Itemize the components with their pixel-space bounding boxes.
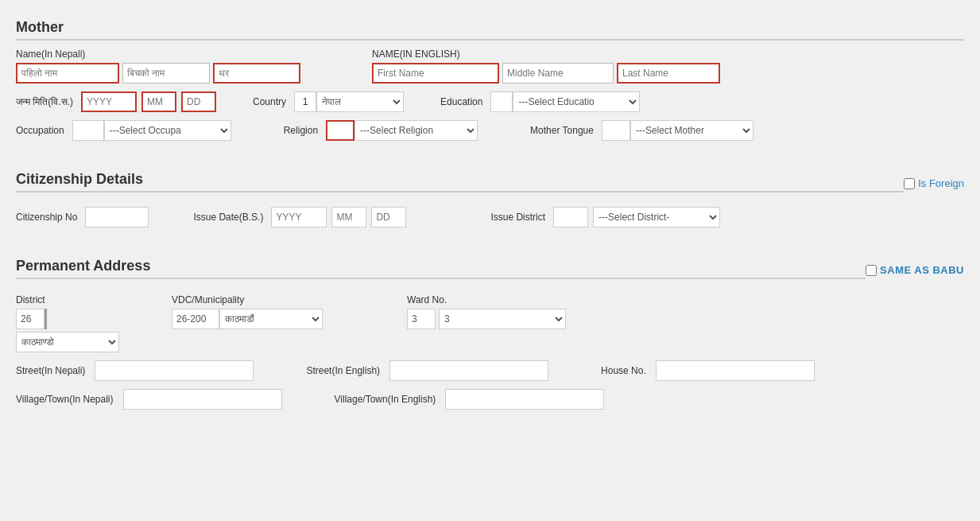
village-nepali-label: Village/Town(In Nepali) — [16, 394, 114, 405]
occupation-label: Occupation — [16, 125, 64, 136]
ward-label: Ward No. — [407, 294, 447, 305]
citizenship-section: Citizenship Details Is Foreign Citizensh… — [8, 160, 972, 242]
ward-num-input[interactable] — [407, 309, 436, 329]
religion-select[interactable]: ---Select Religion — [354, 120, 478, 141]
village-nepali-group: Village/Town(In Nepali) — [16, 389, 282, 410]
dob-country-education-row: जन्म मिति(वि.स.) Country 1 नेपाल Educati… — [16, 91, 964, 112]
country-num: 1 — [294, 91, 316, 112]
last-name-english[interactable] — [617, 63, 720, 84]
issue-month[interactable] — [331, 207, 366, 227]
vdc-group: VDC/Municipality काठमाडौं — [172, 294, 323, 329]
mother-tongue-label: Mother Tongue — [530, 125, 594, 136]
citizenship-fields-row: Citizenship No Issue Date(B.S.) Issue Di… — [16, 207, 964, 227]
occupation-select[interactable]: ---Select Occupa — [104, 120, 231, 141]
district-num-input[interactable] — [16, 309, 45, 329]
is-foreign-group: Is Foreign — [904, 177, 964, 189]
village-english-label: Village/Town(In English) — [335, 394, 436, 405]
citizenship-no-input[interactable] — [85, 207, 149, 227]
village-row: Village/Town(In Nepali) Village/Town(In … — [16, 389, 964, 410]
vdc-select[interactable]: काठमाडौं — [219, 309, 323, 329]
district-vdc-ward-row: District काठमाण्डो VDC/Municipality काठम… — [16, 294, 964, 352]
middle-name-nepali[interactable] — [122, 63, 210, 84]
street-english-input[interactable] — [389, 360, 548, 381]
citizenship-no-label: Citizenship No — [16, 212, 77, 223]
vdc-label: VDC/Municipality — [172, 294, 244, 305]
dob-day[interactable] — [181, 91, 216, 112]
first-name-english[interactable] — [372, 63, 499, 84]
dob-label: जन्म मिति(वि.स.) — [16, 96, 73, 107]
street-nepali-group: Street(In Nepali) — [16, 360, 254, 381]
education-num[interactable] — [490, 91, 513, 112]
name-english-label: NAME(IN ENGLISH) — [372, 49, 717, 60]
permanent-address-section: Permanent Address SAME AS BABU District … — [8, 247, 972, 424]
issue-district-select[interactable]: ---Select District- — [593, 207, 720, 227]
street-english-label: Street(In English) — [306, 365, 380, 376]
education-label: Education — [440, 96, 482, 107]
dob-month[interactable] — [141, 91, 176, 112]
street-nepali-label: Street(In Nepali) — [16, 365, 85, 376]
name-nepali-group: Name(In Nepali) — [16, 49, 300, 84]
village-english-input[interactable] — [445, 389, 604, 410]
occupation-religion-row: Occupation ---Select Occupa Religion ---… — [16, 120, 964, 141]
citizenship-title: Citizenship Details — [16, 166, 904, 192]
perm-address-header: Permanent Address SAME AS BABU — [16, 253, 964, 287]
same-as-babu-label: SAME AS BABU — [880, 264, 964, 276]
name-english-group: NAME(IN ENGLISH) — [372, 49, 720, 84]
is-foreign-checkbox[interactable] — [904, 178, 915, 189]
occupation-num[interactable] — [72, 120, 104, 141]
name-nepali-label: Name(In Nepali) — [16, 49, 297, 60]
district-label: District — [16, 294, 45, 305]
country-select[interactable]: नेपाल — [316, 91, 404, 112]
street-english-group: Street(In English) — [306, 360, 548, 381]
dob-year[interactable] — [81, 91, 137, 112]
street-nepali-input[interactable] — [95, 360, 254, 381]
issue-district-label: Issue District — [490, 212, 545, 223]
issue-year[interactable] — [271, 207, 327, 227]
last-name-nepali[interactable] — [213, 63, 300, 84]
education-select[interactable]: ---Select Educatio — [513, 91, 640, 112]
citizenship-header-row: Citizenship Details Is Foreign — [16, 166, 964, 200]
mother-tongue-num[interactable] — [602, 120, 630, 141]
page-container: Mother Name(In Nepali) NAME(IN ENGLISH) — [0, 0, 980, 521]
vdc-num-input[interactable] — [172, 309, 219, 329]
permanent-address-title: Permanent Address — [16, 253, 866, 279]
issue-district-num[interactable] — [553, 207, 588, 227]
issue-day[interactable] — [371, 207, 406, 227]
street-row: Street(In Nepali) Street(In English) Hou… — [16, 360, 964, 381]
district-select[interactable]: काठमाण्डो — [16, 332, 119, 352]
ward-group: Ward No. 3 — [407, 294, 566, 329]
is-foreign-label: Is Foreign — [918, 177, 964, 189]
house-no-group: House No. — [601, 360, 815, 381]
mother-section-title: Mother — [16, 14, 964, 41]
same-as-babu-group: SAME AS BABU — [866, 264, 964, 276]
mother-tongue-select[interactable]: ---Select Mother — [630, 120, 753, 141]
religion-num[interactable] — [326, 120, 354, 141]
religion-label: Religion — [284, 125, 318, 136]
middle-name-english[interactable] — [502, 63, 614, 84]
issue-date-label: Issue Date(B.S.) — [193, 212, 263, 223]
village-english-group: Village/Town(In English) — [335, 389, 605, 410]
house-no-label: House No. — [601, 365, 646, 376]
mother-section: Mother Name(In Nepali) NAME(IN ENGLISH) — [8, 8, 972, 155]
ward-select[interactable]: 3 — [439, 309, 566, 329]
house-no-input[interactable] — [656, 360, 815, 381]
country-label: Country — [253, 96, 286, 107]
first-name-nepali[interactable] — [16, 63, 119, 84]
village-nepali-input[interactable] — [123, 389, 282, 410]
same-as-babu-checkbox[interactable] — [866, 265, 877, 276]
district-group: District काठमाण्डो — [16, 294, 119, 352]
